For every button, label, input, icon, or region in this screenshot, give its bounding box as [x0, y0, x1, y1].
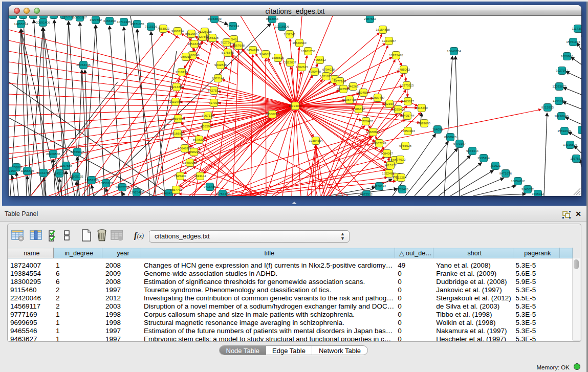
svg-text:9329966: 9329966 — [561, 54, 574, 58]
svg-text:20364436: 20364436 — [342, 98, 357, 101]
svg-text:732621: 732621 — [490, 164, 501, 167]
svg-text:12975115: 12975115 — [400, 83, 414, 87]
svg-text:6497568: 6497568 — [337, 87, 350, 91]
svg-text:8912954: 8912954 — [185, 32, 198, 35]
svg-text:1167534: 1167534 — [570, 157, 581, 160]
svg-text:16640910: 16640910 — [292, 41, 307, 45]
svg-text:1615172: 1615172 — [384, 163, 397, 167]
svg-text:1117305: 1117305 — [572, 27, 581, 30]
svg-text:14055714: 14055714 — [14, 22, 28, 26]
svg-text:1527602: 1527602 — [90, 18, 102, 21]
svg-text:9657791: 9657791 — [170, 188, 183, 191]
svg-text:17654923: 17654923 — [401, 129, 415, 133]
svg-text:2718126: 2718126 — [176, 70, 188, 74]
svg-text:10958107: 10958107 — [99, 181, 113, 185]
svg-text:1132541: 1132541 — [284, 32, 296, 36]
svg-text:1733426: 1733426 — [396, 187, 409, 191]
svg-text:9777169: 9777169 — [334, 79, 346, 83]
svg-text:7663822: 7663822 — [157, 27, 170, 30]
svg-text:9463627: 9463627 — [402, 99, 415, 103]
svg-text:16961758: 16961758 — [301, 49, 315, 53]
svg-text:9327508: 9327508 — [197, 35, 209, 38]
svg-text:391594: 391594 — [9, 169, 18, 172]
svg-text:6794028: 6794028 — [322, 68, 335, 71]
svg-text:1244415: 1244415 — [553, 99, 565, 102]
svg-text:9242848: 9242848 — [214, 63, 227, 67]
svg-text:12923468: 12923468 — [129, 190, 144, 194]
svg-text:8454749: 8454749 — [247, 48, 259, 52]
svg-text:546: 546 — [231, 37, 237, 41]
svg-text:12942757: 12942757 — [36, 171, 51, 174]
svg-text:17957253: 17957253 — [84, 178, 99, 182]
svg-text:15409948: 15409948 — [183, 161, 197, 164]
svg-text:10973493: 10973493 — [389, 53, 403, 57]
svg-text:7955812: 7955812 — [314, 58, 326, 61]
svg-text:62160: 62160 — [385, 102, 394, 105]
svg-text:1691144: 1691144 — [194, 174, 206, 178]
svg-text:164095: 164095 — [432, 127, 443, 131]
svg-text:2935114: 2935114 — [477, 156, 490, 160]
svg-text:15751074: 15751074 — [566, 40, 580, 43]
svg-text:853594: 853594 — [201, 124, 212, 128]
svg-text:18807249: 18807249 — [372, 141, 386, 145]
svg-text:16210643: 16210643 — [554, 114, 569, 118]
svg-text:10754432: 10754432 — [215, 192, 230, 195]
svg-text:2803144: 2803144 — [212, 76, 225, 80]
svg-text:20206536: 20206536 — [46, 152, 60, 156]
svg-text:13495744: 13495744 — [400, 114, 415, 117]
svg-text:6479197: 6479197 — [453, 142, 466, 145]
svg-text:9097588: 9097588 — [60, 164, 73, 167]
svg-text:19218506: 19218506 — [275, 25, 289, 28]
svg-text:16033809: 16033809 — [207, 17, 222, 20]
svg-text:17359928: 17359928 — [70, 150, 84, 154]
svg-text:18724007: 18724007 — [288, 104, 302, 107]
svg-text:9227342: 9227342 — [556, 69, 569, 72]
svg-text:9699695: 9699695 — [418, 121, 431, 125]
svg-text:16154838: 16154838 — [376, 28, 390, 31]
svg-text:1621022: 1621022 — [320, 74, 333, 78]
svg-text:2087682: 2087682 — [364, 17, 377, 20]
svg-text:6466160: 6466160 — [103, 19, 116, 23]
svg-text:10719155: 10719155 — [117, 20, 131, 24]
svg-text:917006: 917006 — [209, 101, 220, 104]
svg-text:8813054: 8813054 — [266, 17, 279, 20]
svg-text:7485063: 7485063 — [398, 68, 410, 71]
svg-text:9084067: 9084067 — [381, 151, 394, 155]
svg-text:20053346: 20053346 — [76, 63, 91, 67]
svg-text:3624554: 3624554 — [357, 91, 370, 94]
svg-text:1145194: 1145194 — [53, 171, 66, 175]
svg-text:8938923: 8938923 — [444, 135, 457, 139]
svg-text:7986372: 7986372 — [353, 107, 365, 111]
svg-text:10688609: 10688609 — [366, 130, 380, 134]
svg-text:16782759: 16782759 — [115, 185, 129, 189]
svg-text:7357224: 7357224 — [227, 24, 239, 28]
svg-text:9716485: 9716485 — [204, 185, 216, 188]
svg-text:2367608: 2367608 — [232, 43, 245, 47]
svg-text:1588520: 1588520 — [272, 56, 285, 59]
svg-text:9756928: 9756928 — [399, 144, 412, 147]
svg-text:9115460: 9115460 — [416, 106, 428, 110]
svg-text:18300295: 18300295 — [265, 112, 279, 116]
svg-text:15692971: 15692971 — [557, 129, 572, 133]
svg-text:9245652: 9245652 — [521, 187, 534, 191]
svg-text:7515526: 7515526 — [145, 25, 158, 28]
svg-text:212254: 212254 — [396, 176, 407, 179]
svg-text:9474444: 9474444 — [466, 149, 479, 152]
svg-text:3267130: 3267130 — [202, 114, 214, 117]
svg-text:15720407: 15720407 — [359, 119, 373, 123]
svg-text:5175645: 5175645 — [222, 51, 234, 54]
svg-text:8990448: 8990448 — [309, 70, 321, 73]
svg-text:19166827: 19166827 — [170, 132, 185, 135]
svg-text:16543362: 16543362 — [187, 42, 202, 46]
svg-text:12213369: 12213369 — [169, 85, 184, 89]
svg-text:8427552: 8427552 — [208, 89, 221, 92]
svg-text:12505135: 12505135 — [69, 174, 83, 178]
svg-text:10025458: 10025458 — [391, 107, 405, 111]
svg-text:8471676: 8471676 — [499, 171, 512, 175]
svg-text:12093872: 12093872 — [552, 84, 567, 88]
svg-text:16671355: 16671355 — [130, 22, 144, 26]
svg-text:19654985: 19654985 — [171, 117, 185, 120]
svg-text:1362615: 1362615 — [296, 65, 309, 69]
svg-text:989015: 989015 — [181, 55, 191, 58]
svg-text:5322037: 5322037 — [284, 60, 297, 64]
